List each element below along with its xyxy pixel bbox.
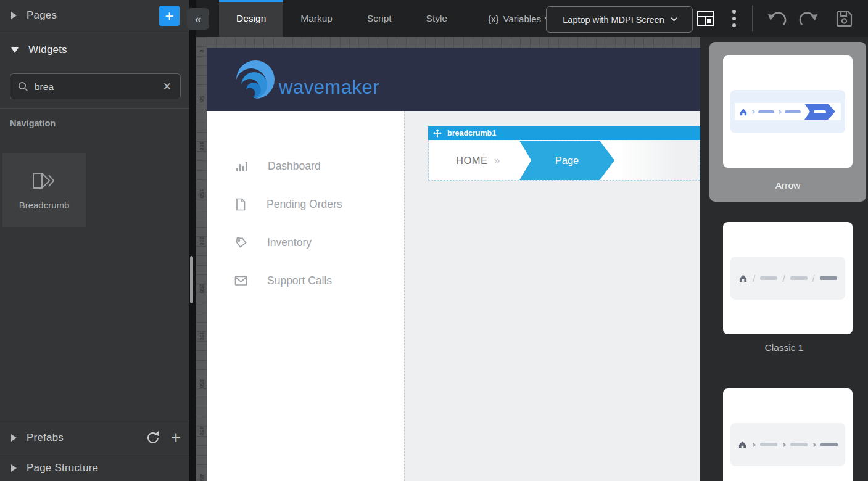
envelope-icon bbox=[234, 276, 247, 286]
style-option-classic1[interactable]: / / / bbox=[723, 222, 853, 334]
chevron-right-icon bbox=[812, 442, 816, 446]
chevron-down-icon bbox=[11, 47, 19, 53]
nav-item-pending-orders[interactable]: Pending Orders bbox=[207, 185, 404, 223]
style-option-arrow[interactable]: Arrow bbox=[709, 42, 866, 202]
arrow-active-item bbox=[804, 104, 835, 120]
undo-button[interactable] bbox=[761, 9, 793, 28]
chevron-down-icon bbox=[671, 15, 677, 22]
ruler-mark: 350 bbox=[199, 379, 205, 388]
style-option-arrow-preview[interactable] bbox=[723, 56, 853, 168]
save-button[interactable] bbox=[829, 9, 859, 28]
widget-search-box: ✕ bbox=[10, 73, 181, 99]
ruler-mark: 250 bbox=[199, 284, 205, 294]
nav-item-label: Dashboard bbox=[268, 160, 321, 173]
refresh-icon[interactable] bbox=[146, 430, 161, 445]
variables-label: Variables bbox=[503, 14, 541, 24]
prefabs-section-label: Prefabs bbox=[27, 432, 64, 444]
breadcrumb-widget: HOME » Page bbox=[428, 140, 700, 181]
save-icon bbox=[835, 9, 854, 28]
add-page-button[interactable]: + bbox=[159, 6, 180, 26]
home-icon bbox=[739, 108, 748, 116]
design-canvas: 0 50 100 150 200 250 300 350 400 450 wav… bbox=[196, 37, 700, 481]
dash-placeholder bbox=[785, 110, 801, 113]
style-option-label: Classic 1 bbox=[700, 342, 868, 353]
widget-tile-label: Breadcrumb bbox=[19, 200, 70, 210]
breadcrumb-item-page-active[interactable]: Page bbox=[519, 141, 614, 180]
horizontal-ruler bbox=[207, 37, 700, 48]
dash-placeholder bbox=[820, 443, 838, 446]
move-icon bbox=[433, 129, 442, 138]
page-structure-section-header[interactable]: Page Structure bbox=[0, 454, 189, 481]
variables-prefix: {x} bbox=[488, 14, 499, 24]
device-preview-value: Laptop with MDPI Screen bbox=[563, 15, 664, 25]
nav-item-inventory[interactable]: Inventory bbox=[207, 223, 404, 261]
collapse-sidebar-button[interactable]: « bbox=[187, 8, 209, 30]
more-options-icon[interactable] bbox=[732, 10, 736, 27]
breadcrumb-item-label: Page bbox=[555, 155, 579, 166]
chevron-right-icon bbox=[777, 109, 782, 113]
app-page-preview: wavemaker Dashboard Pending Orders bbox=[207, 48, 700, 481]
tab-design[interactable]: Design bbox=[219, 0, 283, 37]
tab-markup[interactable]: Markup bbox=[283, 0, 350, 37]
widgets-section-label: Widgets bbox=[28, 44, 67, 56]
chevron-right-icon bbox=[11, 434, 17, 442]
tab-style[interactable]: Style bbox=[409, 0, 465, 37]
layout-panels-icon[interactable] bbox=[697, 11, 714, 26]
ruler-mark: 450 bbox=[199, 474, 205, 481]
redo-icon bbox=[798, 9, 819, 28]
dash-placeholder bbox=[820, 276, 837, 280]
tag-icon bbox=[234, 236, 247, 249]
dash-placeholder bbox=[790, 443, 808, 446]
widget-selection-label[interactable]: breadcrumb1 bbox=[428, 126, 700, 140]
nav-item-support-calls[interactable]: Support Calls bbox=[207, 261, 404, 300]
sidebar-scrollbar[interactable] bbox=[190, 256, 193, 303]
dash-placeholder bbox=[790, 276, 808, 280]
breadcrumb-style-panel: Arrow / / / Classic 1 bbox=[700, 37, 868, 481]
redo-button[interactable] bbox=[793, 9, 824, 28]
slash-separator: / bbox=[812, 273, 815, 284]
dash-placeholder bbox=[814, 110, 826, 113]
home-icon bbox=[738, 440, 747, 449]
device-preview-select[interactable]: Laptop with MDPI Screen bbox=[546, 6, 693, 33]
breadcrumb-item-home[interactable]: HOME » bbox=[429, 141, 531, 180]
app-header: wavemaker bbox=[207, 48, 700, 111]
pages-section-header[interactable]: Pages + bbox=[0, 0, 189, 31]
nav-item-label: Inventory bbox=[267, 236, 312, 249]
widget-search-input[interactable] bbox=[35, 81, 162, 92]
add-prefab-icon[interactable]: + bbox=[171, 429, 181, 446]
nav-item-label: Pending Orders bbox=[267, 198, 342, 211]
tab-script[interactable]: Script bbox=[350, 0, 409, 37]
arrow-thumbnail bbox=[730, 90, 845, 133]
ruler-mark: 200 bbox=[199, 237, 205, 246]
editor-toolbar: Design Markup Script Style {x} Variables… bbox=[196, 0, 868, 37]
brand-name: wavemaker bbox=[279, 76, 379, 99]
ruler-mark: 150 bbox=[199, 189, 205, 199]
widget-palette-sidebar: Pages + Widgets ✕ Navigation Breadcrumb … bbox=[0, 0, 189, 481]
prefabs-section-header[interactable]: Prefabs + bbox=[0, 421, 189, 454]
breadcrumb-icon bbox=[31, 170, 57, 191]
dash-placeholder bbox=[760, 443, 777, 446]
breadcrumb-widget-tile[interactable]: Breadcrumb bbox=[2, 153, 86, 227]
classic2-thumbnail bbox=[730, 423, 845, 466]
dash-placeholder bbox=[758, 110, 774, 113]
nav-item-label: Support Calls bbox=[267, 274, 332, 287]
document-icon bbox=[234, 198, 247, 211]
variables-menu[interactable]: {x} Variables bbox=[488, 14, 550, 24]
chevron-right-icon bbox=[751, 442, 756, 446]
classic1-thumbnail: / / / bbox=[730, 257, 845, 300]
bar-chart-icon bbox=[234, 160, 248, 172]
app-left-nav: Dashboard Pending Orders Inventory bbox=[207, 147, 404, 300]
breadcrumb-separator-icon: » bbox=[494, 154, 500, 167]
widget-name-label: breadcrumb1 bbox=[447, 129, 496, 138]
chevron-right-icon bbox=[11, 12, 17, 19]
chevron-right-icon bbox=[11, 464, 17, 472]
selected-widget: breadcrumb1 HOME » Page bbox=[428, 126, 700, 181]
chevron-right-icon bbox=[751, 109, 755, 113]
nav-item-dashboard[interactable]: Dashboard bbox=[207, 147, 404, 185]
chevron-right-icon bbox=[782, 442, 786, 446]
clear-search-icon[interactable]: ✕ bbox=[162, 79, 173, 94]
slash-separator: / bbox=[753, 273, 755, 284]
widgets-section-header[interactable]: Widgets bbox=[0, 31, 189, 68]
sidebar-gutter bbox=[189, 0, 196, 481]
style-option-classic2[interactable] bbox=[723, 388, 853, 481]
